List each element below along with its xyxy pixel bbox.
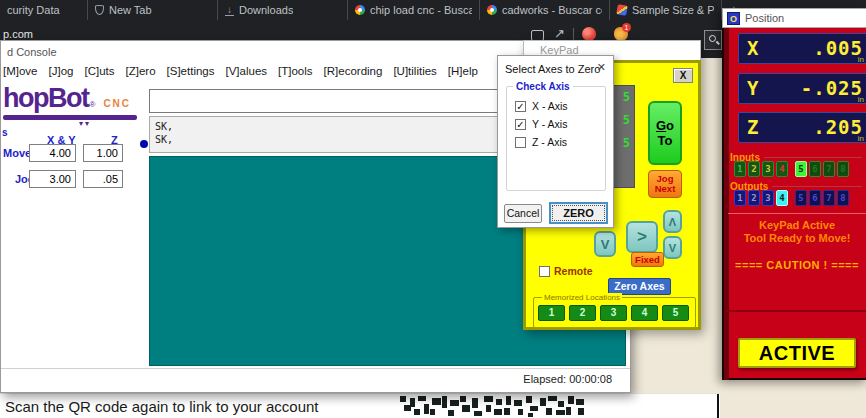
menu-item[interactable]: [C]uts xyxy=(84,65,114,77)
memory-location-button[interactable]: 4 xyxy=(631,305,658,321)
page-divider-line xyxy=(717,394,719,418)
io-indicator: 5 xyxy=(795,161,807,177)
check-axis-group: Check Axis ✓X - Axis✓Y - AxisZ - Axis xyxy=(506,86,606,191)
browser-tab[interactable]: chip load cnc - Buscar xyxy=(348,0,480,20)
keypad-close-button[interactable]: X xyxy=(673,68,693,83)
remote-checkbox[interactable] xyxy=(539,266,550,277)
menu-item[interactable]: [S]ettings xyxy=(167,65,215,77)
goto-button[interactable]: GoTo xyxy=(648,101,682,165)
move-xy-field[interactable]: 4.00 xyxy=(29,144,76,162)
share-icon[interactable]: ↗ xyxy=(554,26,565,41)
dialog-close-icon[interactable]: ✕ xyxy=(597,61,606,74)
axis-checkbox-row[interactable]: Z - Axis xyxy=(515,133,568,151)
jog-xy-field[interactable]: 3.00 xyxy=(29,170,76,188)
memory-location-button[interactable]: 2 xyxy=(569,305,596,321)
memory-location-button[interactable]: 1 xyxy=(538,305,565,321)
magnifier-icon xyxy=(709,35,716,42)
remote-label: Remote xyxy=(554,265,593,277)
menu-item[interactable]: [V]alues xyxy=(226,65,268,77)
logo-underline xyxy=(3,115,137,120)
browser-tab[interactable]: cadworks - Buscar co xyxy=(480,0,610,20)
browser-tab[interactable]: Sample Size & Powe xyxy=(610,0,722,20)
axis-checkbox[interactable]: ✓ xyxy=(515,101,526,112)
tab-title: cadworks - Buscar co xyxy=(502,4,602,16)
console-window-title: d Console xyxy=(7,46,57,58)
io-indicator: 3 xyxy=(762,161,774,177)
remote-checkbox-row[interactable]: Remote xyxy=(539,265,593,277)
active-button[interactable]: ACTIVE xyxy=(738,338,856,368)
menu-item[interactable]: [U]tilities xyxy=(393,65,436,77)
axis-unit: in xyxy=(858,55,864,64)
browser-tab[interactable]: curity Data xyxy=(0,0,88,20)
url-fragment: p.com xyxy=(3,28,33,40)
axis-unit: in xyxy=(858,95,864,104)
axis-display-x: X.005in xyxy=(738,33,866,64)
menu-item[interactable]: [Z]ero xyxy=(126,65,156,77)
position-left-strip xyxy=(724,28,729,380)
tab-title: Downloads xyxy=(239,4,293,16)
io-indicator: 2 xyxy=(748,190,760,206)
tab-title: chip load cnc - Buscar xyxy=(370,4,472,16)
axis-checkbox-row[interactable]: ✓Y - Axis xyxy=(515,115,568,133)
position-divider xyxy=(728,213,866,214)
axis-checkbox[interactable]: ✓ xyxy=(515,119,526,130)
memorized-locations-group: Memorized Locations 12345 xyxy=(533,297,696,328)
position-window-icon: O xyxy=(727,12,740,25)
memory-location-button[interactable]: 3 xyxy=(600,305,627,321)
display-digit: 5 xyxy=(623,136,630,150)
axis-checkbox-label: Z - Axis xyxy=(532,136,567,148)
registered-mark: ® xyxy=(89,100,95,109)
display-digit: 5 xyxy=(623,113,630,127)
status-line: Tool Ready to Move! xyxy=(724,232,866,245)
extension-icon-red[interactable] xyxy=(582,27,596,41)
webpage-strip: Scan the QR code again to link to your a… xyxy=(0,393,720,418)
zero-button[interactable]: ZERO xyxy=(549,202,608,224)
menu-item[interactable]: [J]og xyxy=(49,65,74,77)
find-in-page-button[interactable] xyxy=(704,30,722,50)
io-indicator: 1 xyxy=(734,161,746,177)
axis-checkbox-label: X - Axis xyxy=(532,100,568,112)
axis-checkbox[interactable] xyxy=(515,137,526,148)
io-indicator: 1 xyxy=(734,190,746,206)
io-indicator: 7 xyxy=(823,190,835,206)
move-z-field[interactable]: 1.00 xyxy=(83,144,123,162)
browser-tab[interactable]: New Tab xyxy=(88,0,218,20)
position-window-title: Position xyxy=(745,12,784,24)
io-indicator: 8 xyxy=(837,161,849,177)
console-menubar: [M]ove[J]og[C]uts[Z]ero[S]ettings[V]alue… xyxy=(3,65,478,77)
jog-next-button[interactable]: JogNext xyxy=(648,170,682,198)
menu-item[interactable]: [T]ools xyxy=(278,65,313,77)
memory-location-button[interactable]: 5 xyxy=(662,305,689,321)
inputs-line xyxy=(764,157,862,158)
z-up-button[interactable]: Λ xyxy=(663,210,682,233)
google-icon xyxy=(355,5,365,15)
menu-item[interactable]: [R]ecording xyxy=(324,65,383,77)
fixed-button[interactable]: Fixed xyxy=(631,252,664,267)
axis-checkbox-label: Y - Axis xyxy=(532,118,567,130)
io-indicator: 7 xyxy=(823,161,835,177)
tab-title: curity Data xyxy=(7,4,60,16)
arrow-right-button[interactable]: > xyxy=(626,221,658,253)
menu-item[interactable]: [M]ove xyxy=(3,65,38,77)
menu-item[interactable]: [H]elp xyxy=(448,65,478,77)
tab-strip: curity DataNew TabDownloadschip load cnc… xyxy=(0,0,722,20)
io-indicator: 3 xyxy=(762,190,774,206)
dialog-title: Select Axes to Zero xyxy=(505,63,600,75)
cut-label: s xyxy=(2,127,8,138)
axis-checkbox-row[interactable]: ✓X - Axis xyxy=(515,97,568,115)
cancel-button[interactable]: Cancel xyxy=(504,204,542,223)
io-indicator: 2 xyxy=(748,161,760,177)
tab-title: Sample Size & Powe xyxy=(632,4,714,16)
io-indicator: 5 xyxy=(795,190,807,206)
memorized-locations-label: Memorized Locations xyxy=(542,293,622,302)
speeds-panel: s X & Y Z Move: Jog: 4.00 1.00 3.00 .05 xyxy=(1,125,147,191)
logo-cnc-label: CNC xyxy=(103,98,131,109)
tab-title: New Tab xyxy=(109,4,152,16)
position-status-messages: KeyPad ActiveTool Ready to Move!==== CAU… xyxy=(724,219,866,272)
io-indicator: 6 xyxy=(809,190,821,206)
z-down-button[interactable]: V xyxy=(663,236,682,259)
qr-instruction-text: Scan the QR code again to link to your a… xyxy=(5,398,319,415)
arrow-down-button[interactable]: V xyxy=(594,231,616,257)
browser-tab[interactable]: Downloads xyxy=(218,0,348,20)
jog-z-field[interactable]: .05 xyxy=(83,170,123,188)
